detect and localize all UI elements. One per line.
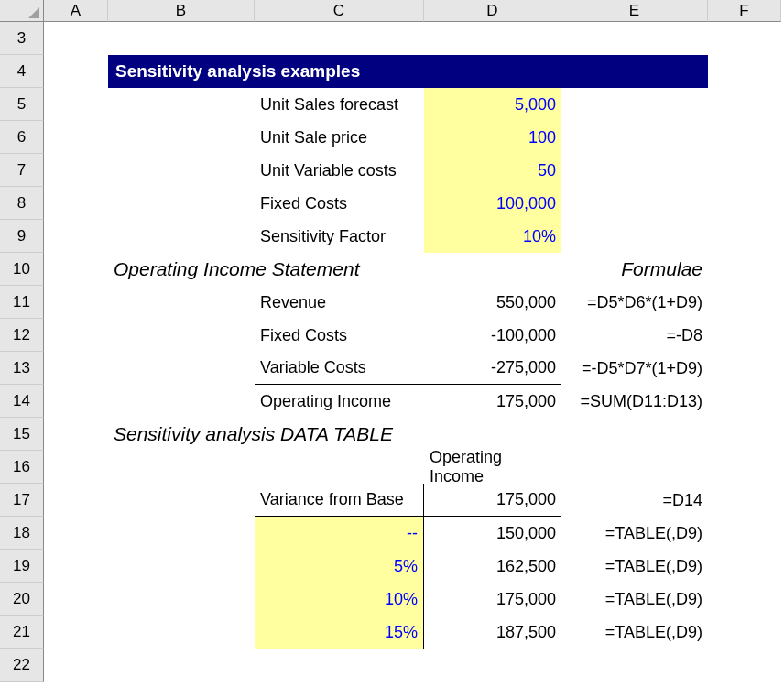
cell-C19-var[interactable]: 5%	[255, 550, 424, 583]
cell-F19[interactable]	[708, 550, 781, 583]
cell-A7[interactable]	[44, 154, 108, 187]
cell-C13-label[interactable]: Variable Costs	[255, 352, 424, 385]
cell-D21-value[interactable]: 187,500	[424, 616, 561, 649]
col-header-C[interactable]: C	[255, 0, 424, 22]
cell-B13[interactable]	[108, 352, 255, 385]
cell-F21[interactable]	[708, 616, 781, 649]
cell-E16[interactable]	[561, 451, 708, 484]
cell-F14[interactable]	[708, 385, 781, 418]
row-header-12[interactable]: 12	[0, 319, 44, 352]
cell-B3[interactable]	[108, 22, 255, 55]
row-header-13[interactable]: 13	[0, 352, 44, 385]
cell-D13-value[interactable]: -275,000	[424, 352, 561, 385]
cell-A15[interactable]	[44, 418, 108, 451]
row-header-5[interactable]: 5	[0, 88, 44, 121]
cell-F13[interactable]	[708, 352, 781, 385]
cell-D19-value[interactable]: 162,500	[424, 550, 561, 583]
cell-B22[interactable]	[108, 649, 255, 682]
section-heading-income[interactable]: Operating Income Statement	[108, 253, 424, 286]
cell-A3[interactable]	[44, 22, 108, 55]
cell-D9-value[interactable]: 10%	[424, 220, 561, 253]
cell-E17-formula[interactable]: =D14	[561, 484, 708, 517]
cell-F18[interactable]	[708, 517, 781, 550]
cell-A10[interactable]	[44, 253, 108, 286]
cell-E3[interactable]	[561, 22, 708, 55]
section-heading-datatable[interactable]: Sensitivity analysis DATA TABLE	[108, 418, 561, 451]
cell-D18-value[interactable]: 150,000	[424, 517, 561, 550]
row-header-9[interactable]: 9	[0, 220, 44, 253]
cell-A18[interactable]	[44, 517, 108, 550]
cell-A11[interactable]	[44, 286, 108, 319]
cell-E5[interactable]	[561, 88, 708, 121]
cell-D6-value[interactable]: 100	[424, 121, 561, 154]
select-all-corner[interactable]	[0, 0, 44, 22]
row-header-3[interactable]: 3	[0, 22, 44, 55]
cell-D12-value[interactable]: -100,000	[424, 319, 561, 352]
cell-D5-value[interactable]: 5,000	[424, 88, 561, 121]
col-header-F[interactable]: F	[708, 0, 781, 22]
cell-A4[interactable]	[44, 55, 108, 88]
cell-F4[interactable]	[708, 55, 781, 88]
cell-A9[interactable]	[44, 220, 108, 253]
cell-E21-formula[interactable]: =TABLE(,D9)	[561, 616, 708, 649]
cell-E8[interactable]	[561, 187, 708, 220]
cell-F6[interactable]	[708, 121, 781, 154]
cell-B6[interactable]	[108, 121, 255, 154]
cell-B14[interactable]	[108, 385, 255, 418]
cell-C3[interactable]	[255, 22, 424, 55]
col-header-A[interactable]: A	[44, 0, 108, 22]
cell-B12[interactable]	[108, 319, 255, 352]
cell-A8[interactable]	[44, 187, 108, 220]
cell-A22[interactable]	[44, 649, 108, 682]
cell-F22[interactable]	[708, 649, 781, 682]
row-header-22[interactable]: 22	[0, 649, 44, 682]
cell-A6[interactable]	[44, 121, 108, 154]
row-header-8[interactable]: 8	[0, 187, 44, 220]
cell-D16-header[interactable]: Operating Income	[424, 451, 561, 484]
cell-E15[interactable]	[561, 418, 708, 451]
cell-B8[interactable]	[108, 187, 255, 220]
row-header-15[interactable]: 15	[0, 418, 44, 451]
cell-B21[interactable]	[108, 616, 255, 649]
cell-B16[interactable]	[108, 451, 255, 484]
cell-B7[interactable]	[108, 154, 255, 187]
cell-E22[interactable]	[561, 649, 708, 682]
cell-C17-label[interactable]: Variance from Base	[255, 484, 424, 517]
cell-C12-label[interactable]: Fixed Costs	[255, 319, 424, 352]
cell-A12[interactable]	[44, 319, 108, 352]
formulae-header[interactable]: Formulae	[561, 253, 708, 286]
cell-B11[interactable]	[108, 286, 255, 319]
cell-A21[interactable]	[44, 616, 108, 649]
row-header-14[interactable]: 14	[0, 385, 44, 418]
col-header-E[interactable]: E	[561, 0, 708, 22]
row-header-18[interactable]: 18	[0, 517, 44, 550]
cell-D10[interactable]	[424, 253, 561, 286]
cell-A14[interactable]	[44, 385, 108, 418]
cell-D20-value[interactable]: 175,000	[424, 583, 561, 616]
cell-C11-label[interactable]: Revenue	[255, 286, 424, 319]
row-header-11[interactable]: 11	[0, 286, 44, 319]
cell-F11[interactable]	[708, 286, 781, 319]
cell-F5[interactable]	[708, 88, 781, 121]
cell-D22[interactable]	[424, 649, 561, 682]
cell-F20[interactable]	[708, 583, 781, 616]
cell-F10[interactable]	[708, 253, 781, 286]
cell-E6[interactable]	[561, 121, 708, 154]
cell-E19-formula[interactable]: =TABLE(,D9)	[561, 550, 708, 583]
cell-C18-var[interactable]: --	[255, 517, 424, 550]
cell-D14-value[interactable]: 175,000	[424, 385, 561, 418]
cell-A17[interactable]	[44, 484, 108, 517]
cell-C16[interactable]	[255, 451, 424, 484]
cell-D8-value[interactable]: 100,000	[424, 187, 561, 220]
cell-B17[interactable]	[108, 484, 255, 517]
title-bar[interactable]: Sensitivity analysis examples	[108, 55, 708, 88]
cell-E11-formula[interactable]: =D5*D6*(1+D9)	[561, 286, 708, 319]
cell-F15[interactable]	[708, 418, 781, 451]
cell-E18-formula[interactable]: =TABLE(,D9)	[561, 517, 708, 550]
cell-D3[interactable]	[424, 22, 561, 55]
cell-B20[interactable]	[108, 583, 255, 616]
cell-C14-label[interactable]: Operating Income	[255, 385, 424, 418]
cell-F17[interactable]	[708, 484, 781, 517]
cell-C9-label[interactable]: Sensitivity Factor	[255, 220, 424, 253]
cell-C20-var[interactable]: 10%	[255, 583, 424, 616]
